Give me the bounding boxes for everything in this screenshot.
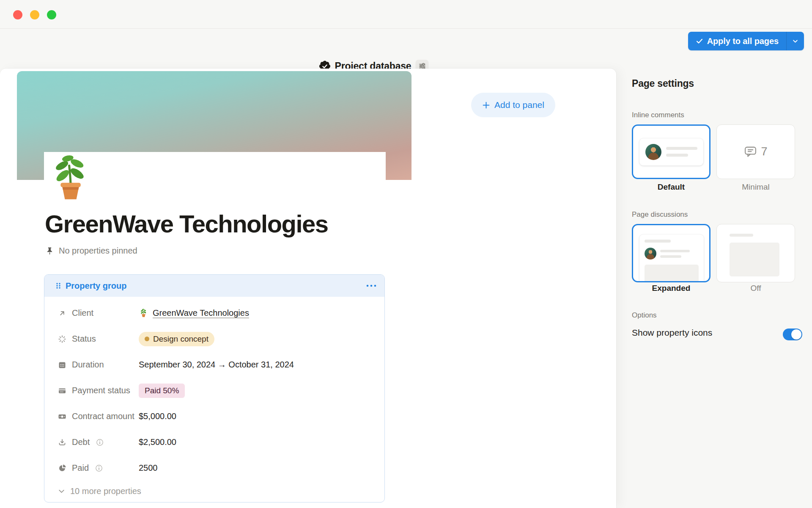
- page-discussions-options: [632, 224, 795, 282]
- inline-comments-option-labels: Default Minimal: [632, 182, 795, 192]
- ellipsis-menu-icon[interactable]: [366, 281, 377, 291]
- option-label-expanded: Expanded: [632, 284, 710, 293]
- page-discussions-option-labels: Expanded Off: [632, 284, 795, 293]
- option-label-minimal: Minimal: [716, 182, 795, 192]
- drag-handle-icon[interactable]: [55, 282, 61, 290]
- info-icon[interactable]: [96, 439, 104, 446]
- page-discussions-option-off[interactable]: [716, 224, 795, 282]
- options-label: Options: [632, 311, 657, 320]
- window-controls: [13, 10, 56, 19]
- download-tray-icon: [58, 438, 66, 447]
- page-settings-panel: Page settings Inline comments: [616, 0, 812, 508]
- property-row-payment-status: Payment status Paid 50%: [44, 378, 384, 403]
- inline-comments-label: Inline comments: [632, 111, 684, 119]
- inline-comments-option-default[interactable]: [632, 124, 710, 179]
- property-row-contract-amount: Contract amount $5,000.00: [44, 403, 384, 429]
- minimize-window-button[interactable]: [30, 10, 39, 19]
- calendar-icon: [58, 361, 66, 369]
- show-property-icons-toggle[interactable]: [783, 329, 802, 340]
- comment-bubble-icon: [744, 146, 757, 158]
- comment-count: 7: [761, 145, 767, 158]
- pin-icon: [45, 246, 54, 255]
- more-properties-toggle[interactable]: 10 more properties: [44, 481, 384, 501]
- comment-preview-mock: [639, 138, 703, 166]
- option-label-off: Off: [716, 284, 795, 293]
- status-dot: [145, 337, 149, 341]
- discussion-preview-mock: [639, 235, 704, 282]
- arrow-up-right-icon: [58, 309, 66, 318]
- page-discussions-label: Page discussions: [632, 210, 688, 219]
- contract-amount-value: $5,000.00: [139, 411, 176, 421]
- payment-status-tag: Paid 50%: [139, 384, 185, 398]
- property-row-debt: Debt $2,500.00: [44, 429, 384, 455]
- page-settings-window: Cancel Project datab: [0, 0, 812, 508]
- preview-canvas: GreenWave Technologies No properties pin…: [0, 69, 616, 508]
- inline-comments-options: 7: [632, 124, 795, 179]
- inline-comments-option-minimal[interactable]: 7: [716, 124, 795, 179]
- chevron-down-icon: [58, 488, 65, 495]
- duration-value: September 30, 2024 → October 31, 2024: [139, 360, 294, 370]
- client-link[interactable]: GreenWave Technologies: [153, 308, 249, 318]
- pinned-properties-note: No properties pinned: [45, 246, 137, 256]
- more-properties-label: 10 more properties: [70, 486, 141, 496]
- paid-value: 2500: [139, 463, 158, 473]
- property-row-paid: Paid 2500: [44, 455, 384, 481]
- property-group-title: Property group: [66, 281, 366, 291]
- panel-title: Page settings: [632, 78, 694, 89]
- discussion-off-mock: [730, 234, 782, 276]
- property-row-duration: Duration September 30, 2024 → October 31…: [44, 352, 384, 378]
- pinned-note-label: No properties pinned: [59, 246, 137, 256]
- credit-card-icon: [58, 387, 66, 395]
- potted-plant-icon: [139, 308, 148, 318]
- page-discussions-option-expanded[interactable]: [632, 224, 710, 282]
- property-rows: Client GreenWave Technologies: [44, 297, 384, 501]
- page-preview: GreenWave Technologies No properties pin…: [44, 152, 386, 508]
- property-group-card: Property group: [44, 274, 385, 502]
- potted-plant-icon: [45, 152, 96, 204]
- zoom-window-button[interactable]: [47, 10, 56, 19]
- info-icon[interactable]: [95, 464, 103, 472]
- debt-value: $2,500.00: [139, 437, 176, 447]
- user-avatar: [645, 248, 656, 260]
- property-row-status: Status Design concept: [44, 326, 384, 352]
- close-window-button[interactable]: [13, 10, 22, 19]
- toggle-knob: [791, 329, 801, 340]
- client-value[interactable]: GreenWave Technologies: [139, 308, 249, 318]
- status-spinner-icon: [58, 335, 66, 343]
- user-avatar: [645, 144, 661, 160]
- add-to-panel-button[interactable]: Add to panel: [471, 93, 555, 117]
- status-tag: Design concept: [139, 332, 214, 346]
- banknote-icon: [58, 412, 66, 421]
- show-property-icons-label: Show property icons: [632, 328, 712, 338]
- property-row-client: Client GreenWave Technologies: [44, 300, 384, 326]
- pie-chart-icon: [58, 464, 66, 472]
- property-group-header[interactable]: Property group: [44, 275, 384, 297]
- add-to-panel-label: Add to panel: [494, 100, 544, 110]
- page-title: GreenWave Technologies: [45, 210, 328, 238]
- plus-icon: [482, 101, 490, 109]
- option-label-default: Default: [632, 182, 710, 192]
